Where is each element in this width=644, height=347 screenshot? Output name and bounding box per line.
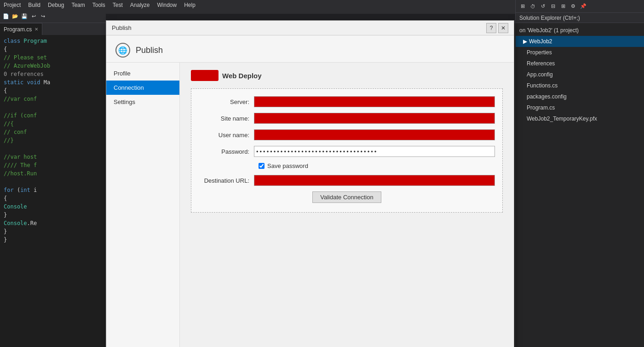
code-line: //// The f bbox=[4, 161, 107, 169]
se-settings-icon[interactable]: ⚙ bbox=[569, 2, 577, 11]
se-item-functionscs[interactable]: Functions.cs bbox=[516, 80, 644, 91]
code-line: Console.Re bbox=[4, 219, 107, 227]
se-item-webjob2[interactable]: ▶ WebJob2 bbox=[516, 36, 644, 47]
se-item-references[interactable]: References bbox=[516, 58, 644, 69]
globe-icon: 🌐 bbox=[115, 43, 130, 58]
menu-item-team[interactable]: Team bbox=[71, 2, 85, 8]
se-toolbar-icon1[interactable]: ⊞ bbox=[518, 2, 527, 11]
menu-item-analyze[interactable]: Analyze bbox=[130, 2, 150, 8]
se-item-label: Properties bbox=[527, 48, 552, 57]
server-input[interactable] bbox=[254, 96, 495, 107]
menu-item-window[interactable]: Window bbox=[157, 2, 177, 8]
code-line: // AzureWebJob bbox=[4, 62, 107, 70]
password-label: Password: bbox=[199, 148, 254, 155]
nav-item-profile[interactable]: Profile bbox=[106, 66, 179, 81]
code-line: class Program bbox=[4, 37, 107, 45]
code-line: { bbox=[4, 45, 107, 53]
se-toolbar-icon3[interactable]: ↺ bbox=[539, 2, 547, 11]
desturl-label: Destination URL: bbox=[199, 177, 254, 184]
menu-item-test[interactable]: Test bbox=[113, 2, 123, 8]
menu-item-tools[interactable]: Tools bbox=[92, 2, 105, 8]
code-line: } bbox=[4, 211, 107, 219]
code-line: //if (conf bbox=[4, 111, 107, 120]
se-item-label: App.config bbox=[527, 70, 553, 79]
username-row: User name: bbox=[199, 129, 495, 140]
menu-item-help[interactable]: Help bbox=[184, 2, 196, 8]
nav-item-connection[interactable]: Connection bbox=[106, 81, 179, 95]
menu-item-project[interactable]: Project bbox=[4, 2, 21, 8]
save-password-row: Save password bbox=[259, 162, 495, 169]
help-button[interactable]: ? bbox=[486, 23, 496, 33]
username-input[interactable] bbox=[254, 129, 495, 140]
open-icon[interactable]: 📂 bbox=[11, 12, 19, 21]
save-password-label: Save password bbox=[267, 162, 308, 169]
se-item-properties[interactable]: Properties bbox=[516, 47, 644, 58]
code-line bbox=[4, 145, 107, 153]
code-line: Console bbox=[4, 202, 107, 211]
dialog-title: Publish bbox=[112, 24, 132, 31]
desturl-input[interactable] bbox=[254, 175, 495, 186]
redo-icon[interactable]: ↪ bbox=[39, 12, 47, 21]
undo-icon[interactable]: ↩ bbox=[29, 12, 38, 21]
deploy-icon-redacted bbox=[191, 70, 218, 81]
code-line: } bbox=[4, 227, 107, 236]
se-item-tempkey[interactable]: WebJob2_TemporaryKey.pfx bbox=[516, 113, 644, 124]
se-item-label: References bbox=[527, 59, 555, 68]
deploy-header: Web Deploy bbox=[191, 70, 503, 81]
se-item-appconfig[interactable]: App.config bbox=[516, 69, 644, 80]
tab-program-cs[interactable]: Program.cs ✕ bbox=[0, 23, 42, 35]
code-line: //host.Run bbox=[4, 169, 107, 178]
code-line: //var host bbox=[4, 153, 107, 161]
code-line: //{ bbox=[4, 120, 107, 128]
se-item-label: packages.config bbox=[527, 92, 567, 101]
se-toolbar: ⊞ ⏱ ↺ ⊟ ⊞ ⚙ 📌 bbox=[516, 0, 644, 13]
code-editor: class Program { // Please set // AzureWe… bbox=[0, 35, 110, 347]
dialog-sidebar: Profile Connection Settings bbox=[106, 63, 180, 347]
password-input[interactable] bbox=[254, 146, 495, 157]
se-item-label: WebJob2_TemporaryKey.pfx bbox=[527, 114, 597, 123]
code-line: 0 references bbox=[4, 70, 107, 78]
new-file-icon[interactable]: 📄 bbox=[2, 12, 10, 21]
code-line: // conf bbox=[4, 128, 107, 136]
se-project-header: on 'WebJob2' (1 project) bbox=[516, 25, 644, 36]
se-item-programcs[interactable]: Program.cs bbox=[516, 102, 644, 113]
code-line: // Please set bbox=[4, 53, 107, 62]
dialog-titlebar-buttons: ? ✕ bbox=[486, 23, 508, 33]
menu-item-build[interactable]: Build bbox=[28, 2, 40, 8]
solution-explorer: ⊞ ⏱ ↺ ⊟ ⊞ ⚙ 📌 Solution Explorer (Ctrl+;)… bbox=[515, 0, 644, 347]
nav-item-settings[interactable]: Settings bbox=[106, 95, 179, 109]
server-label: Server: bbox=[199, 98, 254, 105]
username-label: User name: bbox=[199, 132, 254, 139]
sitename-input[interactable] bbox=[254, 113, 495, 124]
tab-close-icon[interactable]: ✕ bbox=[34, 27, 38, 32]
close-dialog-button[interactable]: ✕ bbox=[498, 23, 508, 33]
dialog-header-title: Publish bbox=[136, 46, 163, 55]
se-item-icon: ▶ bbox=[523, 37, 527, 46]
menu-item-debug[interactable]: Debug bbox=[48, 2, 64, 8]
save-icon[interactable]: 💾 bbox=[20, 12, 29, 21]
se-toolbar-icon2[interactable]: ⏱ bbox=[529, 2, 537, 11]
sitename-row: Site name: bbox=[199, 113, 495, 124]
form-container: Server: Site name: User name: bbox=[191, 88, 503, 213]
dialog-overlay: Publish ? ✕ 🌐 Publish Profile Connection… bbox=[106, 14, 515, 347]
se-toolbar-icon4[interactable]: ⊟ bbox=[549, 2, 557, 11]
code-line bbox=[4, 103, 107, 111]
se-title: Solution Explorer (Ctrl+;) bbox=[516, 13, 644, 23]
se-item-label: Program.cs bbox=[527, 103, 555, 112]
code-line: { bbox=[4, 194, 107, 202]
publish-dialog: Publish ? ✕ 🌐 Publish Profile Connection… bbox=[106, 20, 514, 347]
desturl-row: Destination URL: bbox=[199, 175, 495, 186]
se-pin-icon[interactable]: 📌 bbox=[579, 2, 587, 11]
se-toolbar-icon5[interactable]: ⊞ bbox=[559, 2, 567, 11]
password-row: Password: bbox=[199, 146, 495, 157]
sitename-label: Site name: bbox=[199, 115, 254, 122]
code-line: { bbox=[4, 87, 107, 95]
dialog-header: 🌐 Publish bbox=[106, 35, 514, 63]
se-item-packagesconfig[interactable]: packages.config bbox=[516, 91, 644, 102]
validate-connection-button[interactable]: Validate Connection bbox=[312, 191, 381, 203]
deploy-title: Web Deploy bbox=[222, 72, 262, 80]
code-line: static void Ma bbox=[4, 78, 107, 87]
code-line: for (int i bbox=[4, 186, 107, 194]
code-line: //var conf bbox=[4, 95, 107, 103]
save-password-checkbox[interactable] bbox=[259, 163, 264, 169]
